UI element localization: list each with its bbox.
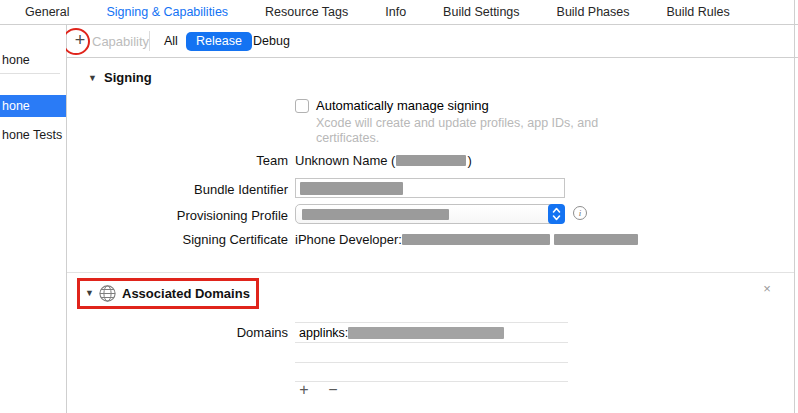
certificate-redaction-2 xyxy=(554,234,638,245)
toolbar-vertical-divider xyxy=(149,31,150,51)
signing-certificate-label: Signing Certificate xyxy=(90,232,288,247)
domains-table: applinks: xyxy=(295,322,568,382)
add-domain-button[interactable]: + xyxy=(296,381,312,399)
xcode-signing-capabilities-pane: General Signing & Capabilities Resource … xyxy=(0,0,798,413)
certificate-redaction-1 xyxy=(402,234,550,245)
toolbar-divider xyxy=(66,57,798,58)
info-icon[interactable]: i xyxy=(573,206,587,220)
team-value-suffix: ) xyxy=(467,153,471,168)
tab-signing-capabilities[interactable]: Signing & Capabilities xyxy=(106,5,228,19)
signing-section-title: Signing xyxy=(104,70,152,85)
provisioning-profile-redaction xyxy=(302,209,449,220)
auto-manage-signing-label: Automatically manage signing xyxy=(316,98,489,113)
domain-row[interactable]: applinks: xyxy=(295,322,568,342)
right-edge-divider xyxy=(794,0,795,413)
domains-actions: + − xyxy=(296,381,341,399)
domain-value-prefix: applinks: xyxy=(299,326,348,340)
add-capability-plus-icon[interactable]: + xyxy=(70,31,90,51)
disclosure-triangle-icon[interactable]: ▼ xyxy=(88,73,97,83)
provisioning-profile-dropdown[interactable] xyxy=(295,204,565,224)
domain-row[interactable] xyxy=(295,342,568,362)
auto-manage-signing-checkbox[interactable] xyxy=(295,99,309,113)
disclosure-triangle-icon[interactable]: ▼ xyxy=(85,288,94,298)
provisioning-profile-label: Provisioning Profile xyxy=(90,208,288,223)
bundle-identifier-field[interactable] xyxy=(295,178,565,198)
sidebar-divider xyxy=(66,25,67,413)
tab-info[interactable]: Info xyxy=(385,5,406,19)
team-redaction xyxy=(396,155,466,166)
sidebar-item-target-selected[interactable]: hone xyxy=(0,95,66,117)
team-label: Team xyxy=(90,153,288,168)
filter-all[interactable]: All xyxy=(164,34,178,48)
domain-redaction xyxy=(348,327,504,339)
sidebar-item-target[interactable]: hone xyxy=(0,49,66,71)
add-capability-label[interactable]: Capability xyxy=(92,34,149,49)
tab-build-phases[interactable]: Build Phases xyxy=(557,5,630,19)
domains-label: Domains xyxy=(90,325,288,340)
tab-resource-tags[interactable]: Resource Tags xyxy=(265,5,348,19)
globe-icon xyxy=(99,285,116,302)
tab-build-rules[interactable]: Build Rules xyxy=(667,5,730,19)
sidebar-item-divider xyxy=(0,73,60,74)
tab-build-settings[interactable]: Build Settings xyxy=(443,5,519,19)
dropdown-stepper-icon[interactable] xyxy=(548,204,565,224)
auto-manage-signing-help: Xcode will create and update profiles, a… xyxy=(316,116,612,146)
section-divider xyxy=(67,272,794,273)
tab-general[interactable]: General xyxy=(25,5,69,19)
signing-certificate-value: iPhone Developer: xyxy=(295,232,638,247)
filter-release-selected[interactable]: Release xyxy=(186,32,252,51)
remove-domain-button[interactable]: − xyxy=(325,381,341,399)
bundle-identifier-redaction xyxy=(300,182,403,195)
domain-row[interactable] xyxy=(295,362,568,382)
team-value-prefix: Unknown Name ( xyxy=(295,153,395,168)
team-value: Unknown Name ( ) xyxy=(295,153,472,168)
signing-certificate-prefix: iPhone Developer: xyxy=(295,232,402,247)
associated-domains-section-title: Associated Domains xyxy=(122,286,250,301)
chevron-up-down-icon xyxy=(552,207,561,221)
sidebar-item-target-tests[interactable]: hone Tests xyxy=(0,124,66,146)
remove-capability-close-icon[interactable]: × xyxy=(760,281,774,296)
targets-sidebar: hone hone hone Tests xyxy=(0,25,66,413)
project-tab-bar: General Signing & Capabilities Resource … xyxy=(0,0,798,25)
bundle-identifier-label: Bundle Identifier xyxy=(90,182,288,197)
filter-debug[interactable]: Debug xyxy=(253,34,290,48)
